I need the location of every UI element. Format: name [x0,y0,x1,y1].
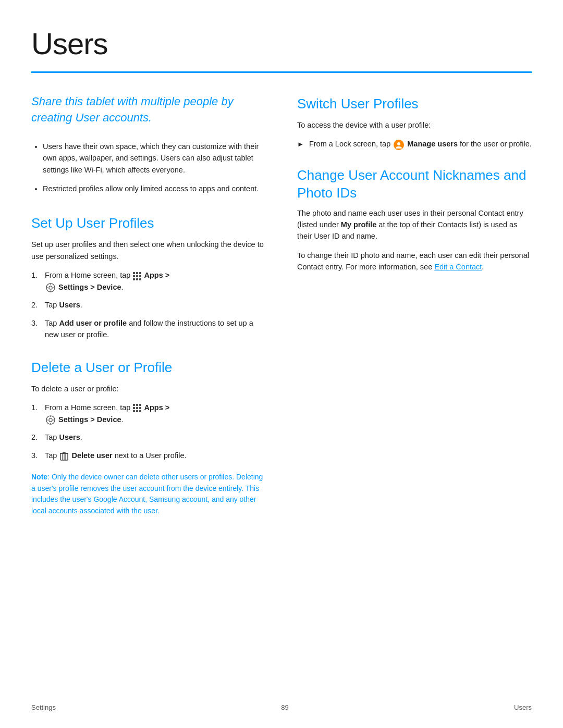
change-account-body2: To change their ID photo and name, each … [297,250,532,273]
set-up-steps-list: 1. From a Home screen, tap Apps > [31,269,266,340]
svg-point-1 [49,286,52,289]
right-column: Switch User Profiles To access the devic… [297,94,532,534]
trash-icon [60,451,68,461]
delete-profile-body: To delete a user or profile: [31,383,266,394]
step-number: 3. [31,450,41,461]
footer-right: Users [514,702,532,713]
delete-steps-list: 1. From a Home screen, tap Apps > [31,402,266,461]
set-up-step-2: 2. Tap Users. [31,299,266,311]
step-text: From a Home screen, tap Apps > [45,269,169,293]
step-number: 2. [31,431,41,443]
step-number: 1. [31,269,41,293]
settings-icon [46,283,55,292]
intro-text: Share this tablet with multiple people b… [31,94,266,126]
step-text: Tap Delete user next to a User profile. [45,450,186,461]
change-account-body1: The photo and name each user uses in the… [297,207,532,242]
switch-profiles-body: To access the device with a user profile… [297,119,532,131]
step-number: 3. [31,317,41,341]
page-title: Users [31,21,532,66]
switch-step: ► From a Lock screen, tap Manage users f… [297,138,532,150]
delete-step-3: 3. Tap Delete user next to [31,450,266,461]
switch-profiles-title: Switch User Profiles [297,94,532,114]
settings-icon [46,415,55,425]
page-footer: Settings 89 Users [0,702,563,713]
set-up-profiles-body: Set up user profiles and then select one… [31,239,266,262]
svg-point-7 [49,418,52,422]
step-text: Tap Users. [45,431,82,443]
edit-contact-link[interactable]: Edit a Contact [434,263,482,271]
step-number: 1. [31,402,41,425]
set-up-step-1: 1. From a Home screen, tap Apps > [31,269,266,293]
list-item: Restricted profiles allow only limited a… [43,183,266,194]
switch-step-text: From a Lock screen, tap Manage users for… [309,138,532,150]
delete-profile-section: Delete a User or Profile To delete a use… [31,357,266,517]
footer-center: 89 [281,702,288,713]
apps-grid-icon [133,404,141,412]
title-divider [31,71,532,73]
apps-grid-icon [133,272,141,280]
manage-users-icon [394,140,404,150]
arrow-bullet: ► [297,139,304,150]
list-item: Users have their own space, which they c… [43,141,266,176]
set-up-step-3: 3. Tap Add user or profile and follow th… [31,317,266,341]
set-up-profiles-section: Set Up User Profiles Set up user profile… [31,213,266,340]
footer-left: Settings [31,702,56,713]
features-list: Users have their own space, which they c… [31,141,266,195]
left-column: Share this tablet with multiple people b… [31,94,266,534]
set-up-profiles-title: Set Up User Profiles [31,213,266,233]
change-account-section: Change User Account Nicknames and Photo … [297,167,532,273]
step-text: Tap Add user or profile and follow the i… [45,317,266,341]
delete-step-1: 1. From a Home screen, tap Apps > [31,402,266,425]
switch-profiles-section: Switch User Profiles To access the devic… [297,94,532,150]
change-account-title: Change User Account Nicknames and Photo … [297,167,532,202]
step-text: From a Home screen, tap Apps > [45,402,169,425]
note-text: NoteNote: Only the device owner can dele… [31,472,266,517]
svg-point-18 [397,142,400,145]
step-number: 2. [31,299,41,311]
delete-step-2: 2. Tap Users. [31,431,266,443]
step-text: Tap Users. [45,299,82,311]
delete-profile-title: Delete a User or Profile [31,357,266,378]
